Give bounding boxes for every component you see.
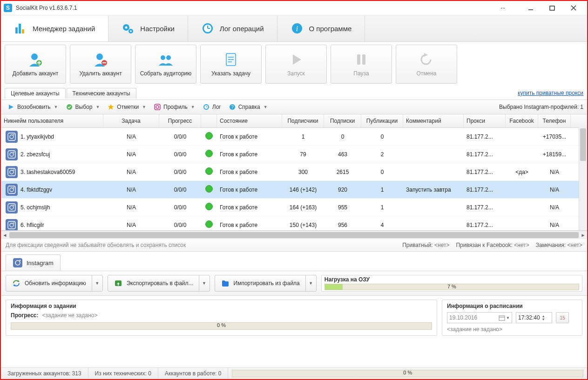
svg-rect-45	[8, 133, 15, 140]
date-value: 19.10.2016	[449, 314, 477, 321]
ram-title: Нагрузка на ОЗУ	[324, 276, 579, 283]
svg-point-55	[10, 188, 14, 192]
play-small-icon	[7, 103, 15, 111]
menu-label: Выбор	[75, 104, 93, 110]
refresh-info-button[interactable]: Обновить информацию ▼	[6, 275, 103, 292]
svg-rect-57	[8, 204, 15, 211]
col-task[interactable]: Задача	[103, 114, 159, 127]
col-state[interactable]: Состояние	[217, 114, 282, 127]
cell-nickname: 1. ytyaxikjvbd	[20, 133, 54, 140]
accounts-table: Никнейм пользователя Задача Прогресс Сос…	[1, 114, 587, 231]
table-row[interactable]: 2. zbezsfcujN/A0/0/0Готов к работе794632…	[1, 146, 587, 163]
col-proxy[interactable]: Прокси	[464, 114, 506, 127]
tab-tech-accounts[interactable]: Технические аккаунты	[67, 88, 136, 99]
date-picker[interactable]: 19.10.2016 ▼	[447, 312, 512, 323]
cell-progress: 0/0/0	[159, 187, 201, 193]
resize-arrows-icon[interactable]: ↔	[500, 4, 506, 12]
dropdown-arrow-icon[interactable]: ▼	[305, 275, 316, 291]
tab-task-manager[interactable]: Менеджер заданий	[1, 15, 108, 41]
status-dot-icon	[205, 167, 213, 175]
col-comment[interactable]: Комментарий	[403, 114, 464, 127]
button-label: Запуск	[287, 70, 305, 77]
clock-icon	[201, 22, 214, 35]
col-nickname[interactable]: Никнейм пользователя	[1, 114, 103, 127]
col-follows[interactable]: Подписки	[324, 114, 361, 127]
button-label: Собрать аудиторию	[140, 70, 192, 77]
svg-point-61	[10, 223, 14, 227]
check-circle-icon	[66, 103, 73, 111]
svg-rect-54	[8, 186, 15, 193]
cell-status-dot	[201, 220, 217, 229]
add-account-button[interactable]: Добавить аккаунт	[5, 45, 66, 84]
set-task-button[interactable]: Указать задачу	[200, 45, 262, 84]
resume-menu[interactable]: Возобновить▼	[5, 102, 61, 112]
buy-proxy-link[interactable]: купить приватные прокси	[518, 90, 583, 96]
cancel-button[interactable]: Отмена	[396, 45, 457, 84]
col-progress[interactable]: Прогресс	[159, 114, 201, 127]
instagram-tab[interactable]: Instagram	[6, 254, 61, 271]
horizontal-scrollbar[interactable]: ◄►	[1, 231, 587, 239]
table-row[interactable]: 6. hflicgilrN/A0/0/0Готов к работе150 (+…	[1, 216, 587, 230]
profile-menu[interactable]: Профиль▼	[151, 102, 198, 112]
cell-posts: 1	[361, 187, 403, 193]
panel-title: Информация о расписании	[447, 303, 577, 309]
task-progressbar: 0 %	[11, 322, 432, 330]
close-button[interactable]	[563, 1, 584, 15]
table-row[interactable]: 5. ochjmsljhN/A0/0/0Готов к работе164 (+…	[1, 199, 587, 216]
users-icon	[158, 52, 174, 67]
svg-marker-36	[108, 104, 114, 110]
table-row[interactable]: 4. fbktdfzggvN/A0/0/0Готов к работе146 (…	[1, 181, 587, 199]
time-picker[interactable]: 17:32:40 ▲▼	[516, 312, 552, 323]
col-status-dot[interactable]	[201, 114, 217, 127]
instagram-row-icon	[6, 184, 18, 196]
refresh-icon	[12, 279, 21, 288]
spinner-icon[interactable]: ▲▼	[542, 314, 545, 321]
col-posts[interactable]: Публикации	[361, 114, 403, 127]
cell-follows: 955	[324, 204, 361, 211]
gather-audience-button[interactable]: Собрать аудиторию	[135, 45, 196, 84]
svg-point-38	[156, 106, 159, 108]
import-button[interactable]: Импортировать из файла ▼	[215, 275, 317, 292]
tab-log[interactable]: Лог операций	[188, 15, 277, 41]
table-row[interactable]: 1. ytyaxikjvbdN/A0/0/0Готов к работе1008…	[1, 128, 587, 146]
help-menu[interactable]: ?Справка▼	[226, 102, 270, 112]
col-subscribers[interactable]: Подписчики	[282, 114, 324, 127]
start-button[interactable]: Запуск	[265, 45, 327, 84]
cell-posts: 4	[361, 222, 403, 228]
tab-target-accounts[interactable]: Целевые аккаунты	[5, 88, 66, 99]
table-row[interactable]: 3. tashestakova60059N/A0/0/0Готов к рабо…	[1, 163, 587, 181]
schedule-state: <задание не задано>	[447, 326, 502, 333]
cell-posts: 1	[361, 204, 403, 211]
svg-rect-5	[19, 24, 21, 33]
pause-button[interactable]: Пауза	[331, 45, 392, 84]
minimize-button[interactable]	[520, 1, 541, 15]
export-button[interactable]: Экспортировать в файл... ▼	[108, 275, 210, 292]
marks-menu[interactable]: Отметки▼	[104, 102, 149, 112]
dropdown-arrow-icon[interactable]: ▼	[199, 275, 210, 291]
cell-comment: Запустить завтра	[403, 187, 464, 193]
instagram-row-icon	[6, 148, 18, 160]
cell-subscribers: 150 (+143)	[282, 222, 324, 228]
cell-proxy: 81.177.2...	[464, 222, 506, 228]
dropdown-arrow-icon[interactable]: ▼	[92, 275, 102, 291]
calendar-15-button[interactable]: 15	[556, 312, 569, 323]
cell-proxy: 81.177.2...	[464, 151, 506, 158]
button-label: Отмена	[416, 70, 436, 77]
delete-account-button[interactable]: Удалить аккаунт	[70, 45, 131, 84]
select-menu[interactable]: Выбор▼	[63, 102, 103, 112]
cell-subscribers: 1	[282, 133, 324, 140]
titlebar: S SocialKit Pro v1.63.6.7.1 ↔	[1, 1, 587, 15]
tab-settings[interactable]: Настройки	[108, 15, 188, 41]
cell-status-dot	[201, 132, 217, 141]
cell-state: Готов к работе	[217, 204, 282, 211]
account-tabs-row: Целевые аккаунты Технические аккаунты ку…	[1, 87, 587, 100]
vertical-scrollbar[interactable]	[579, 127, 587, 230]
col-facebook[interactable]: Facebook	[506, 114, 538, 127]
col-phone[interactable]: Телефон	[538, 114, 571, 127]
cell-proxy: 81.177.2...	[464, 204, 506, 211]
log-menu[interactable]: Лог	[200, 102, 224, 112]
cell-progress: 0/0/0	[159, 169, 201, 175]
maximize-button[interactable]	[541, 1, 563, 15]
cell-task: N/A	[103, 204, 159, 211]
tab-about[interactable]: i О программе	[277, 15, 365, 41]
